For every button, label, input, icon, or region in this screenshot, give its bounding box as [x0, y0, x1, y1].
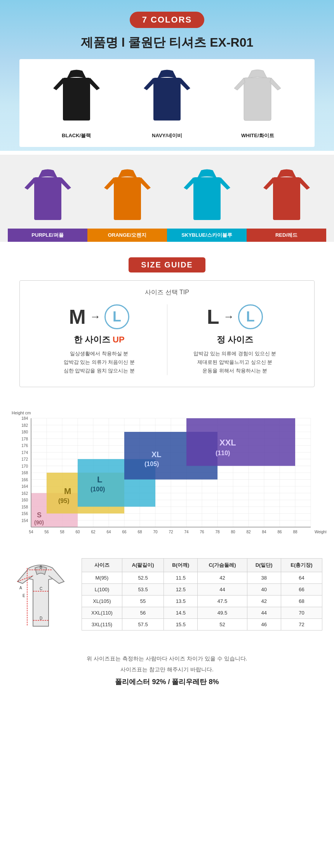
color-item-skyblue — [180, 166, 234, 229]
color-item-red — [259, 166, 314, 229]
colors-badge: 7 COLORS — [130, 12, 204, 28]
svg-text:70: 70 — [153, 530, 158, 534]
table-cell-4-4: 46 — [247, 619, 281, 630]
size-to-2: L — [238, 304, 263, 329]
shirt-icon-navy — [140, 67, 194, 129]
zone-m-label2: (95) — [58, 498, 69, 504]
table-cell-2-3: 47.5 — [198, 596, 247, 607]
size-tip-box: 사이즈 선택 TIP M → L 한 사이즈 UP 일상생활에서 착용하실 분 … — [19, 280, 315, 387]
svg-rect-4 — [114, 177, 141, 220]
color-item-orange — [100, 166, 155, 229]
shirt-icon-white — [230, 67, 285, 129]
col-length: E(총기장) — [281, 559, 322, 572]
svg-text:64: 64 — [106, 530, 111, 534]
arrow-icon-1: → — [90, 311, 101, 323]
svg-text:88: 88 — [293, 530, 297, 534]
svg-text:184: 184 — [21, 416, 28, 421]
zone-xxl-label: XXL — [219, 438, 236, 447]
color-item-black: BLACK/블랙 — [49, 67, 104, 139]
zone-xxl-label2: (110) — [216, 450, 230, 456]
color-labels-row: PURPLE/퍼플 ORANGE/오렌지 SKYBLUE/스카이블루 RED/레… — [8, 229, 326, 242]
svg-text:66: 66 — [122, 530, 127, 534]
svg-text:54: 54 — [29, 530, 33, 534]
svg-text:E: E — [23, 594, 25, 598]
product-title: 제품명 l 쿨원단 티셔츠 EX-R01 — [8, 34, 326, 51]
svg-text:154: 154 — [21, 519, 28, 523]
table-row: XXL(110)5614.549.54470 — [82, 607, 322, 619]
arrow-icon-2: → — [223, 311, 234, 323]
table-cell-1-3: 44 — [198, 584, 247, 596]
col-size: 사이즈 — [82, 559, 122, 572]
shirt-icon-black — [49, 67, 104, 129]
svg-text:168: 168 — [21, 471, 28, 475]
svg-text:C: C — [40, 587, 42, 591]
size-chart-svg: Height cm 184 182 180 178 176 174 172 17… — [8, 407, 326, 547]
svg-text:156: 156 — [21, 512, 28, 516]
table-row: L(100)53.512.5444066 — [82, 584, 322, 596]
footer-line2: 사이즈표는 참고만 해주시기 바랍니다. — [8, 664, 326, 675]
size-tip-desc-2: 압박감 있는 의류에 경험이 있으신 분 제대로된 압박을느끼고 싶으신 분 운… — [175, 349, 295, 375]
size-to-1: L — [104, 304, 129, 329]
svg-text:78: 78 — [215, 530, 220, 534]
table-row: 3XL(115)57.515.5524672 — [82, 619, 322, 630]
shirt-icon-orange — [100, 166, 155, 229]
zone-xxl — [186, 418, 295, 466]
size-tip-item-exact: L → L 정 사이즈 압박감 있는 의류에 경험이 있으신 분 제대로된 압박… — [167, 304, 303, 375]
table-cell-0-2: 11.5 — [164, 572, 198, 584]
svg-text:160: 160 — [21, 498, 28, 502]
svg-text:A: A — [19, 586, 22, 590]
svg-text:80: 80 — [231, 530, 235, 534]
table-cell-4-0: 3XL(115) — [82, 619, 122, 630]
table-cell-2-4: 42 — [247, 596, 281, 607]
table-cell-2-5: 68 — [281, 596, 322, 607]
zone-s-label2: (90) — [34, 519, 44, 526]
table-cell-3-3: 49.5 — [198, 607, 247, 619]
svg-text:56: 56 — [44, 530, 49, 534]
size-table: 사이즈 A(팔길이) B(어깨) C(가슴둘레) D(밑단) E(총기장) M(… — [82, 558, 322, 630]
svg-text:166: 166 — [21, 478, 28, 482]
svg-text:84: 84 — [262, 530, 266, 534]
svg-text:162: 162 — [21, 491, 28, 496]
size-tip-row: M → L 한 사이즈 UP 일상생활에서 착용하실 분 압박감 있는 의류가 … — [31, 304, 303, 375]
size-tip-heading-1: 한 사이즈 UP — [39, 334, 159, 346]
col-arm: A(팔길이) — [122, 559, 164, 572]
table-cell-2-1: 55 — [122, 596, 164, 607]
color-row-top: BLACK/블랙 NAVY/네이비 — [19, 59, 315, 147]
size-from-1: M — [69, 305, 86, 328]
shirt-icon-red — [259, 166, 314, 229]
svg-text:178: 178 — [21, 437, 28, 441]
table-cell-3-0: XXL(110) — [82, 607, 122, 619]
size-table-body: M(95)52.511.5423864L(100)53.512.5444066X… — [82, 572, 322, 630]
shirt-icon-purple — [21, 166, 75, 229]
color-item-white: WHITE/화이트 — [230, 67, 285, 139]
table-cell-4-2: 15.5 — [164, 619, 198, 630]
color-item-purple — [21, 166, 75, 229]
table-row: XL(105)5513.547.54268 — [82, 596, 322, 607]
size-arrow-display-2: L → L — [175, 304, 295, 329]
table-cell-1-1: 53.5 — [122, 584, 164, 596]
zone-l-label2: (100) — [90, 486, 105, 493]
zone-s-label: S — [37, 511, 42, 519]
table-cell-0-0: M(95) — [82, 572, 122, 584]
up-text: UP — [113, 335, 125, 344]
shirt-diagram-svg: A C B E D — [12, 558, 70, 636]
chart-section: Height cm 184 182 180 178 176 174 172 17… — [8, 407, 326, 547]
svg-text:76: 76 — [200, 530, 204, 534]
shirt-diagram: A C B E D — [12, 558, 74, 637]
zone-m-label: M — [64, 486, 71, 496]
svg-text:164: 164 — [21, 484, 28, 489]
label-purple: PURPLE/퍼플 — [8, 229, 87, 242]
table-section: A C B E D 사이즈 A(팔길이) B(어깨) C(가슴둘레) D(밑단)… — [12, 558, 322, 637]
footer-line3: 폴리에스터 92% / 폴리우레탄 8% — [8, 675, 326, 689]
table-cell-1-2: 12.5 — [164, 584, 198, 596]
table-header-row: 사이즈 A(팔길이) B(어깨) C(가슴둘레) D(밑단) E(총기장) — [82, 559, 322, 572]
svg-text:D: D — [40, 616, 42, 620]
svg-text:82: 82 — [246, 530, 251, 534]
svg-text:182: 182 — [21, 423, 28, 428]
table-cell-3-1: 56 — [122, 607, 164, 619]
table-cell-2-2: 13.5 — [164, 596, 198, 607]
size-tip-desc-1: 일상생활에서 착용하실 분 압박감 있는 의류가 처음이신 분 심한 압박감을 … — [39, 349, 159, 375]
col-shoulder: B(어깨) — [164, 559, 198, 572]
zone-xl-label: XL — [151, 450, 162, 459]
table-cell-2-0: XL(105) — [82, 596, 122, 607]
